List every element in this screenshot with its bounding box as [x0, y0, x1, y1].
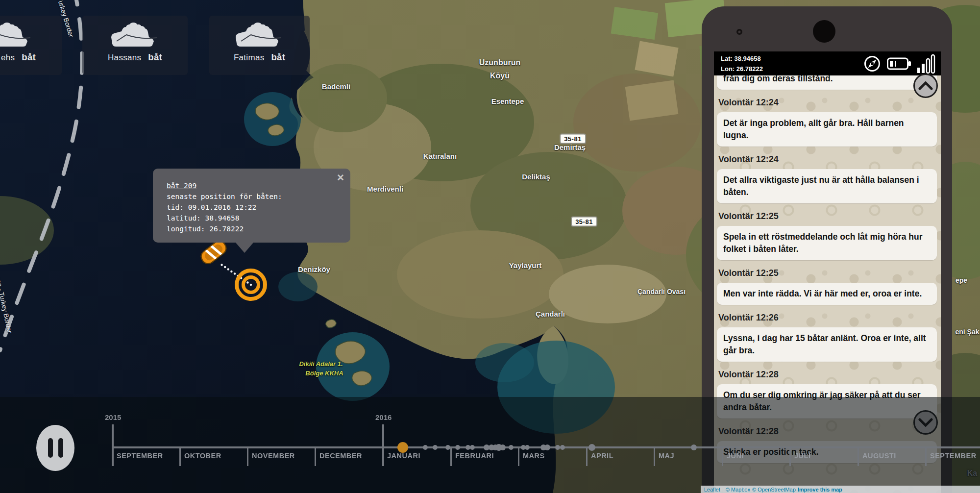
popup-boat-link[interactable]: båt 209: [167, 182, 196, 190]
month-label: MAJ: [659, 452, 674, 460]
month-tick: [450, 446, 452, 466]
month-label: SEPTEMBER: [930, 452, 977, 460]
battery-icon: [887, 57, 911, 71]
month-label: MARS: [523, 452, 545, 460]
popup-info-line: longitud: 26.78222: [167, 223, 341, 234]
map-place-label: Demirtaş: [554, 143, 586, 151]
chat-bubble: Lyssna, i dag har 15 båtar anlänt. Oroa …: [717, 327, 937, 362]
month-label: FEBRUARI: [455, 452, 494, 460]
timeline-event-dot[interactable]: [433, 445, 438, 450]
boat-card-fatimas[interactable]: Fatimasbåt: [209, 16, 310, 75]
leaflet-link[interactable]: Leaflet: [704, 487, 720, 493]
timeline-current-position-dot[interactable]: [397, 442, 408, 453]
chat-message-header: Volontär 12:25: [718, 211, 935, 222]
map-place-label: Katıralanı: [423, 152, 457, 160]
boat-card-hassans[interactable]: Hassansbåt: [82, 16, 188, 75]
month-label: OKTOBER: [184, 452, 221, 460]
timeline-event-dot[interactable]: [525, 445, 530, 450]
popup-lines: senaste position för båten:tid: 09.01.20…: [167, 191, 341, 234]
map-place-label: eni Şak: [955, 328, 979, 336]
phone-bezel: [702, 6, 952, 51]
chat-message-header: Volontär 12:24: [718, 154, 935, 165]
gps-coordinates: Lat: 38.94658 Lon: 26.78222: [721, 53, 763, 74]
compass-icon: [863, 55, 881, 73]
timeline-band[interactable]: SEPTEMBEROKTOBERNOVEMBERDECEMBERJANUARIF…: [0, 397, 980, 493]
lat-value: Lat: 38.94658: [721, 53, 763, 64]
chat-bubble: Det allra viktigaste just nu är att håll…: [717, 169, 937, 203]
year-tick: [112, 424, 114, 466]
boat-popup: ✕ båt 209 senaste position för båten:tid…: [153, 169, 350, 243]
month-label: AUGUSTI: [862, 452, 896, 460]
month-label: DECEMBER: [319, 452, 362, 460]
road-shield-label: 35-81: [560, 134, 586, 144]
map-place-label: Köyü: [490, 72, 510, 80]
month-label: SEPTEMBER: [117, 452, 163, 460]
boat-icon: [235, 21, 284, 49]
chat-bubble: Men var inte rädda. Vi är här med er, or…: [717, 283, 937, 305]
timeline-event-dot[interactable]: [423, 445, 428, 450]
chat-bubble: Det är inga problem, allt går bra. Håll …: [717, 112, 937, 147]
popup-info-line: tid: 09.01.2016 12:22: [167, 202, 341, 213]
chat-message-header: Volontär 12:28: [718, 370, 935, 380]
timeline-event-dot[interactable]: [445, 445, 450, 450]
map-place-label: Yaylayurt: [509, 261, 542, 270]
chat-scroll-up-button[interactable]: [913, 74, 938, 98]
month-tick: [586, 446, 588, 466]
boat-card-label: ehsbåt: [1, 52, 36, 63]
attribution-separator: |: [722, 487, 724, 493]
timeline-event-dot[interactable]: [544, 444, 550, 450]
osm-link[interactable]: © OpenStreetMap: [752, 487, 796, 493]
boat-marker[interactable]: [198, 239, 228, 267]
boat-icon: [111, 21, 160, 49]
month-tick: [518, 446, 519, 466]
boat-card-label: Fatimasbåt: [234, 52, 285, 63]
lon-value: Lon: 26.78222: [721, 64, 763, 74]
map-place-label: Çandarlı Ovası: [637, 288, 686, 296]
month-tick: [858, 446, 859, 466]
timeline-event-dot[interactable]: [455, 445, 460, 450]
month-tick: [315, 446, 316, 466]
map-place-label: Merdivenli: [367, 185, 403, 193]
popup-close-icon[interactable]: ✕: [337, 173, 344, 183]
timeline-event-dot[interactable]: [500, 444, 506, 450]
signal-bars-icon: [917, 53, 936, 74]
boat-card-label: Hassansbåt: [108, 52, 162, 63]
pause-button[interactable]: [36, 425, 74, 471]
chat-bubble: Spela in ett röstmeddelande och låt mig …: [717, 226, 937, 260]
timeline-event-dot[interactable]: [691, 444, 697, 450]
year-label: 2015: [105, 413, 121, 421]
chat-message-header: Volontär 12:24: [718, 98, 935, 108]
month-label: APRIL: [591, 452, 613, 460]
map-place-label: epe: [956, 276, 967, 284]
month-tick: [654, 446, 655, 466]
popup-info-line: senaste position för båten:: [167, 191, 341, 202]
timeline-event-dot[interactable]: [555, 445, 560, 450]
month-label: JUNI: [727, 452, 744, 460]
timeline-event-dot[interactable]: [509, 445, 514, 450]
month-tick: [247, 446, 248, 466]
month-tick: [722, 446, 723, 466]
month-tick: [925, 446, 927, 466]
map-place-label: Çandarlı: [536, 310, 565, 318]
month-label: NOVEMBER: [252, 452, 295, 460]
boat-card-ehs[interactable]: ehsbåt: [0, 16, 62, 75]
month-label: JULI: [794, 452, 810, 460]
timeline-event-dot[interactable]: [470, 445, 475, 450]
improve-map-link[interactable]: Improve this map: [798, 487, 842, 493]
month-label: JANUARI: [387, 452, 420, 460]
popup-tail: [235, 242, 254, 253]
boat-icon: [0, 21, 33, 49]
timeline-event-dot[interactable]: [560, 445, 565, 450]
road-shield-label: 35-81: [571, 217, 597, 227]
chat-message-header: Volontär 12:26: [718, 313, 935, 323]
popup-info-line: latitud: 38.94658: [167, 213, 341, 223]
map-attribution: Leaflet | © Mapbox © OpenStreetMap Impro…: [701, 486, 980, 493]
month-tick: [789, 446, 791, 466]
year-label: 2016: [375, 413, 392, 421]
map-place-label: Esentepe: [491, 97, 524, 105]
map-place-label: Deliktaş: [522, 173, 550, 181]
mapbox-link[interactable]: © Mapbox: [726, 487, 750, 493]
year-tick: [382, 424, 384, 466]
timeline-event-dot[interactable]: [588, 444, 595, 451]
map-place-label: Uzunburun: [479, 58, 520, 67]
